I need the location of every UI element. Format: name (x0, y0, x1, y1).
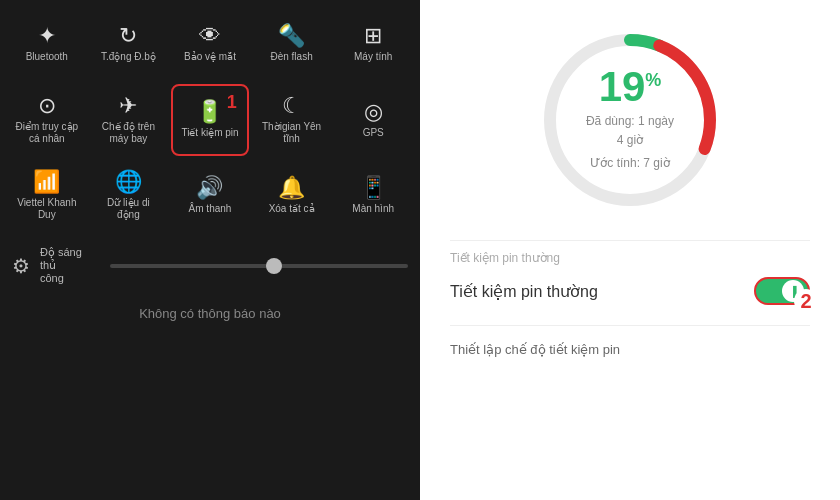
clear-all-icon: 🔔 (278, 177, 305, 199)
bluetooth-icon: ✦ (38, 25, 56, 47)
tile-eye-protect-label: Bảo vệ mắt (184, 51, 236, 63)
tile-airplane-label: Chế độ trênmáy bay (102, 121, 155, 145)
tile-clear-all-label: Xóa tất cả (269, 203, 315, 215)
no-notification-label: Không có thông báo nào (8, 294, 412, 333)
mobile-data-icon: 🌐 (115, 171, 142, 193)
tile-battery-save[interactable]: 🔋 Tiết kiệm pin 1 (171, 84, 249, 156)
left-panel: ✦ Bluetooth ↻ T.động Đ.bộ 👁 Bảo vệ mắt 🔦… (0, 0, 420, 500)
badge-1: 1 (227, 92, 237, 113)
brightness-thumb[interactable] (266, 258, 282, 274)
tile-quiet-time[interactable]: ☾ Thờigian Yêntĩnh (253, 84, 331, 156)
battery-save-icon: 🔋 (196, 101, 223, 123)
wifi-icon: 📶 (33, 171, 60, 193)
tile-wifi-label: Viettel KhanhDuy (17, 197, 76, 221)
brightness-slider[interactable] (110, 264, 408, 268)
tile-auto-rotate[interactable]: ↻ T.động Đ.bộ (90, 8, 168, 80)
tile-screen[interactable]: 📱 Màn hình (334, 160, 412, 232)
divider-2 (450, 325, 810, 326)
bottom-label: Thiết lập chế độ tiết kiệm pin (450, 342, 810, 357)
eye-protect-icon: 👁 (199, 25, 221, 47)
brightness-row: ⚙ Độ sáng thủcông (8, 238, 412, 294)
tile-gps-label: GPS (363, 127, 384, 139)
sound-icon: 🔊 (196, 177, 223, 199)
battery-circle-container: 19% Đã dùng: 1 ngày 4 giờ Ước tính: 7 gi… (450, 20, 810, 210)
quick-tiles-grid: ✦ Bluetooth ↻ T.động Đ.bộ 👁 Bảo vệ mắt 🔦… (8, 8, 412, 232)
flash-icon: 🔦 (278, 25, 305, 47)
personal-hotspot-icon: ⊙ (38, 95, 56, 117)
battery-percent-text: 19% Đã dùng: 1 ngày 4 giờ Ước tính: 7 gi… (585, 66, 675, 174)
tile-mobile-data[interactable]: 🌐 Dữ liệu diđộng (90, 160, 168, 232)
tile-battery-save-label: Tiết kiệm pin (181, 127, 238, 139)
battery-value: 19% (585, 66, 675, 108)
toggle-label-text: Tiết kiệm pin thường (450, 282, 598, 301)
tile-bluetooth[interactable]: ✦ Bluetooth (8, 8, 86, 80)
tile-mobile-data-label: Dữ liệu diđộng (107, 197, 150, 221)
right-panel: 19% Đã dùng: 1 ngày 4 giờ Ước tính: 7 gi… (420, 0, 840, 500)
toggle-row: Tiết kiệm pin thường ▐ 2 (450, 277, 810, 305)
tile-airplane[interactable]: ✈ Chế độ trênmáy bay (90, 84, 168, 156)
section-label: Tiết kiệm pin thường (450, 251, 810, 265)
tile-auto-rotate-label: T.động Đ.bộ (101, 51, 156, 63)
battery-circle: 19% Đã dùng: 1 ngày 4 giờ Ước tính: 7 gi… (540, 30, 720, 210)
battery-used-label: Đã dùng: 1 ngày 4 giờ (585, 112, 675, 150)
computer-icon: ⊞ (364, 25, 382, 47)
auto-rotate-icon: ↻ (119, 25, 137, 47)
tile-wifi[interactable]: 📶 Viettel KhanhDuy (8, 160, 86, 232)
airplane-icon: ✈ (119, 95, 137, 117)
tile-bluetooth-label: Bluetooth (26, 51, 68, 63)
brightness-label: Độ sáng thủcông (40, 246, 100, 286)
battery-estimate-label: Ước tính: 7 giờ (585, 155, 675, 174)
tile-quiet-label: Thờigian Yêntĩnh (262, 121, 321, 145)
tile-computer-label: Máy tính (354, 51, 392, 63)
tile-flash[interactable]: 🔦 Đèn flash (253, 8, 331, 80)
tile-eye-protect[interactable]: 👁 Bảo vệ mắt (171, 8, 249, 80)
tile-computer[interactable]: ⊞ Máy tính (334, 8, 412, 80)
tile-personal-hotspot[interactable]: ⊙ Điểm truy cậpcá nhân (8, 84, 86, 156)
badge-2: 2 (794, 289, 818, 313)
divider-1 (450, 240, 810, 241)
screen-icon: 📱 (360, 177, 387, 199)
tile-clear-all[interactable]: 🔔 Xóa tất cả (253, 160, 331, 232)
tile-personal-label: Điểm truy cậpcá nhân (16, 121, 79, 145)
tile-sound[interactable]: 🔊 Âm thanh (171, 160, 249, 232)
quiet-time-icon: ☾ (282, 95, 302, 117)
tile-sound-label: Âm thanh (189, 203, 232, 215)
tile-gps[interactable]: ◎ GPS (334, 84, 412, 156)
brightness-icon: ⚙ (12, 254, 30, 278)
tile-screen-label: Màn hình (352, 203, 394, 215)
gps-icon: ◎ (364, 101, 383, 123)
percent-sign: % (645, 70, 661, 90)
toggle-container: ▐ 2 (754, 277, 810, 305)
tile-flash-label: Đèn flash (270, 51, 312, 63)
